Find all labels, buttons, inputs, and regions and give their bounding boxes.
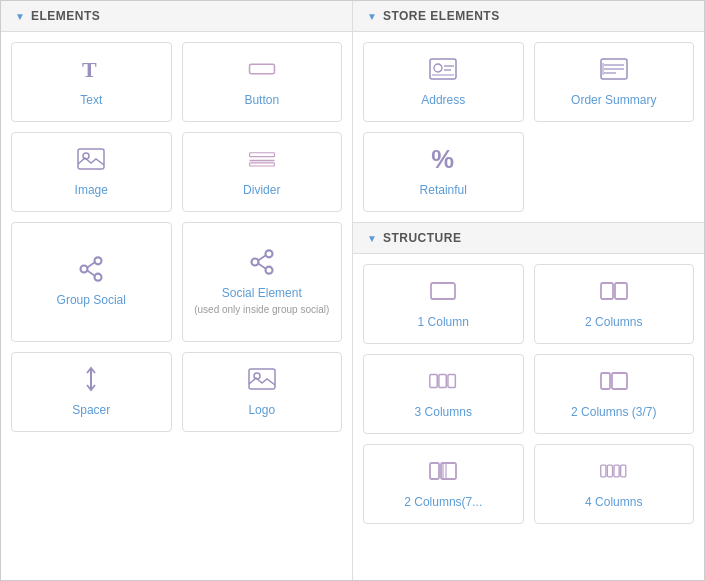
svg-rect-37 [601, 373, 610, 389]
svg-rect-31 [431, 283, 455, 299]
svg-rect-36 [448, 375, 455, 388]
elements-header: ▼ ELEMENTS [1, 1, 352, 32]
image-tile-label: Image [75, 183, 108, 199]
svg-line-15 [258, 255, 265, 260]
element-tile-button[interactable]: Button [182, 42, 343, 122]
col4-tile-label: 4 Columns [585, 495, 642, 511]
svg-rect-35 [439, 375, 446, 388]
order-summary-tile-label: Order Summary [571, 93, 656, 109]
element-tile-3-columns[interactable]: 3 Columns [363, 354, 524, 434]
button-icon [248, 55, 276, 87]
svg-rect-46 [620, 465, 625, 477]
svg-line-10 [88, 263, 95, 268]
svg-rect-45 [614, 465, 619, 477]
element-tile-order-summary[interactable]: Order Summary [534, 42, 695, 122]
divider-icon [248, 145, 276, 177]
group-social-tile-label: Group Social [57, 293, 126, 309]
element-tile-2-columns[interactable]: 2 Columns [534, 264, 695, 344]
element-tile-retainful[interactable]: % Retainful [363, 132, 524, 212]
svg-rect-38 [612, 373, 627, 389]
elements-panel: ▼ ELEMENTS T Text Button [1, 1, 353, 580]
svg-point-21 [434, 64, 442, 72]
social-element-icon [248, 248, 276, 280]
svg-rect-1 [249, 65, 274, 74]
col2-tile-label: 2 Columns [585, 315, 642, 331]
svg-text:T: T [82, 57, 97, 82]
spacer-icon [77, 365, 105, 397]
svg-rect-44 [607, 465, 612, 477]
svg-rect-43 [600, 465, 605, 477]
element-tile-divider[interactable]: Divider [182, 132, 343, 212]
svg-point-12 [265, 250, 272, 257]
main-container: ▼ ELEMENTS T Text Button [0, 0, 705, 581]
svg-rect-6 [249, 163, 274, 166]
store-elements-arrow-icon: ▼ [367, 11, 377, 22]
right-panel: ▼ STORE ELEMENTS Address [353, 1, 704, 580]
col3-tile-label: 3 Columns [415, 405, 472, 421]
social-element-tile-sublabel: (used only inside group social) [194, 303, 329, 316]
svg-point-14 [265, 266, 272, 273]
element-tile-social-element[interactable]: Social Element (used only inside group s… [182, 222, 343, 342]
retainful-tile-label: Retainful [420, 183, 467, 199]
svg-rect-32 [601, 283, 613, 299]
elements-arrow-icon: ▼ [15, 11, 25, 22]
element-tile-1-column[interactable]: 1 Column [363, 264, 524, 344]
col2-icon [600, 277, 628, 309]
order-summary-icon [600, 55, 628, 87]
social-element-tile-label: Social Element [222, 286, 302, 302]
element-tile-logo[interactable]: Logo [182, 352, 343, 432]
divider-tile-label: Divider [243, 183, 280, 199]
element-tile-group-social[interactable]: Group Social [11, 222, 172, 342]
structure-arrow-icon: ▼ [367, 233, 377, 244]
element-tile-image[interactable]: Image [11, 132, 172, 212]
svg-rect-34 [430, 375, 437, 388]
svg-text:%: % [432, 146, 455, 174]
svg-rect-39 [430, 463, 439, 479]
store-elements-body: Address Order Summary [353, 32, 704, 222]
svg-rect-2 [78, 149, 104, 169]
button-tile-label: Button [244, 93, 279, 109]
col2-7-icon [429, 457, 457, 489]
svg-point-7 [95, 258, 102, 265]
image-icon [77, 145, 105, 177]
svg-point-8 [81, 266, 88, 273]
svg-point-13 [251, 258, 258, 265]
col2-7-tile-label: 2 Columns(7... [404, 495, 482, 511]
svg-line-16 [258, 263, 265, 268]
col3-icon [429, 367, 457, 399]
store-elements-title: STORE ELEMENTS [383, 9, 500, 23]
store-elements-header: ▼ STORE ELEMENTS [353, 1, 704, 32]
element-tile-text[interactable]: T Text [11, 42, 172, 122]
svg-rect-18 [249, 369, 275, 389]
element-tile-2-columns-37[interactable]: 2 Columns (3/7) [534, 354, 695, 434]
col1-icon [429, 277, 457, 309]
structure-header: ▼ STRUCTURE [353, 222, 704, 254]
svg-point-9 [95, 274, 102, 281]
spacer-tile-label: Spacer [72, 403, 110, 419]
logo-tile-label: Logo [248, 403, 275, 419]
svg-rect-4 [249, 153, 274, 157]
address-tile-label: Address [421, 93, 465, 109]
address-icon [429, 55, 457, 87]
col2-37-icon [600, 367, 628, 399]
element-tile-spacer[interactable]: Spacer [11, 352, 172, 432]
element-tile-address[interactable]: Address [363, 42, 524, 122]
group-social-icon [77, 255, 105, 287]
element-tile-2-columns-7[interactable]: 2 Columns(7... [363, 444, 524, 524]
logo-icon [248, 365, 276, 397]
text-icon: T [77, 55, 105, 87]
text-tile-label: Text [80, 93, 102, 109]
elements-body: T Text Button [1, 32, 352, 442]
col1-tile-label: 1 Column [418, 315, 469, 331]
percent-icon: % [429, 145, 457, 177]
svg-rect-33 [615, 283, 627, 299]
svg-line-11 [88, 271, 95, 276]
structure-body: 1 Column 2 Columns [353, 254, 704, 534]
element-tile-4-columns[interactable]: 4 Columns [534, 444, 695, 524]
structure-title: STRUCTURE [383, 231, 462, 245]
col4-icon [600, 457, 628, 489]
col2-37-tile-label: 2 Columns (3/7) [571, 405, 656, 421]
elements-title: ELEMENTS [31, 9, 100, 23]
